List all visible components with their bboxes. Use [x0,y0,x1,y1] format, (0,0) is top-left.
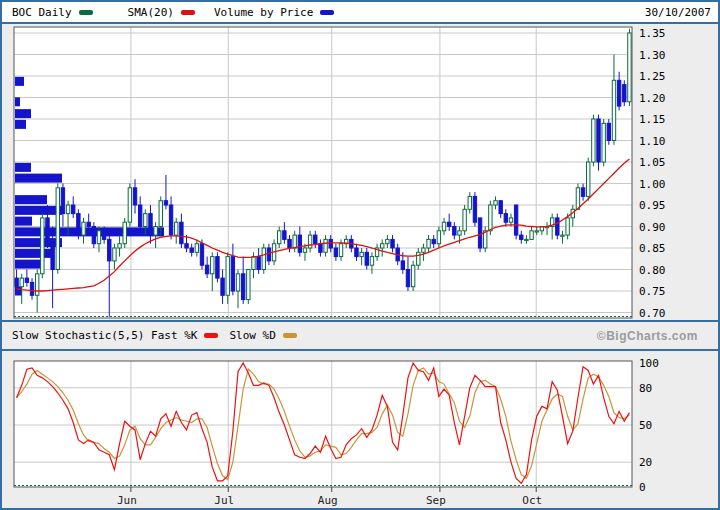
legend-symbol: BOC Daily [12,6,100,19]
svg-text:0.80: 0.80 [639,264,666,277]
stochastic-header: Slow Stochastic(5,5) Fast %K Slow %D ©Bi… [2,320,718,351]
legend-stoch-k: Slow Stochastic(5,5) Fast %K [12,329,225,342]
svg-text:0.70: 0.70 [639,307,666,320]
svg-text:1.20: 1.20 [639,92,666,105]
svg-text:1.30: 1.30 [639,49,666,62]
legend-sma-swatch [181,10,195,15]
copyright: ©BigCharts.com [597,329,698,343]
svg-text:0.85: 0.85 [639,242,666,255]
svg-text:0: 0 [639,481,646,494]
svg-text:1.15: 1.15 [639,113,666,126]
svg-text:0.95: 0.95 [639,199,666,212]
svg-text:Aug: Aug [318,494,338,507]
svg-text:1.35: 1.35 [639,27,666,40]
legend-sma: SMA(20) [128,6,202,19]
svg-text:100: 100 [639,357,659,370]
svg-text:0.90: 0.90 [639,221,666,234]
legend-stoch-d-label: Slow %D [229,329,275,342]
svg-text:1.05: 1.05 [639,156,666,169]
chart-date: 30/10/2007 [645,6,711,19]
svg-text:0.75: 0.75 [639,285,666,298]
chart-header: BOC Daily SMA(20) Volume by Price 30/10/… [2,2,718,24]
legend-symbol-swatch [79,10,93,15]
legend-volume-label: Volume by Price [214,6,313,19]
legend-stoch-k-swatch [204,333,218,338]
legend-stoch-d: Slow %D [229,329,303,342]
svg-text:Sep: Sep [426,494,446,507]
stoch-axis-labels: 1008050200 [639,357,659,494]
svg-text:Jun: Jun [117,494,137,507]
month-axis-labels: JunJulAugSepOct [117,487,542,507]
svg-text:80: 80 [639,382,652,395]
legend-symbol-label: BOC Daily [12,6,72,19]
legend-volume: Volume by Price [214,6,341,19]
svg-text:1.25: 1.25 [639,70,666,83]
svg-text:Oct: Oct [522,494,542,507]
svg-text:1.10: 1.10 [639,135,666,148]
legend-volume-swatch [320,10,334,15]
svg-text:Jul: Jul [214,494,234,507]
legend-sma-label: SMA(20) [128,6,174,19]
bigcharts-chart: BOC Daily SMA(20) Volume by Price 30/10/… [0,0,720,510]
legend-stoch-d-swatch [283,333,297,338]
svg-text:50: 50 [639,419,652,432]
svg-text:1.00: 1.00 [639,178,666,191]
chart-canvas: 1.351.301.251.201.151.101.051.000.950.90… [0,0,720,510]
svg-text:20: 20 [639,456,652,469]
legend-stoch-k-label: Slow Stochastic(5,5) Fast %K [12,329,197,342]
price-axis-labels: 1.351.301.251.201.151.101.051.000.950.90… [639,27,666,320]
